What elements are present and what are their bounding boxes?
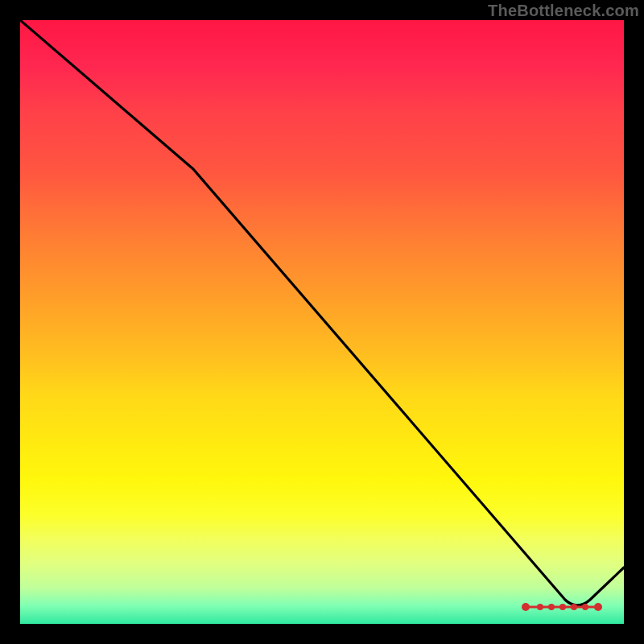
svg-point-5 [571,604,577,610]
svg-point-6 [582,604,588,610]
bottleneck-curve [20,20,624,605]
svg-point-3 [548,604,555,610]
chart-container: TheBottleneck.com [0,0,644,644]
plot-area [20,20,624,624]
watermark-text: TheBottleneck.com [488,2,639,20]
svg-point-4 [559,604,566,610]
svg-point-2 [537,604,543,610]
svg-point-7 [594,603,602,611]
marker-cluster [522,603,602,611]
svg-point-1 [522,603,530,611]
chart-overlay [20,20,624,624]
